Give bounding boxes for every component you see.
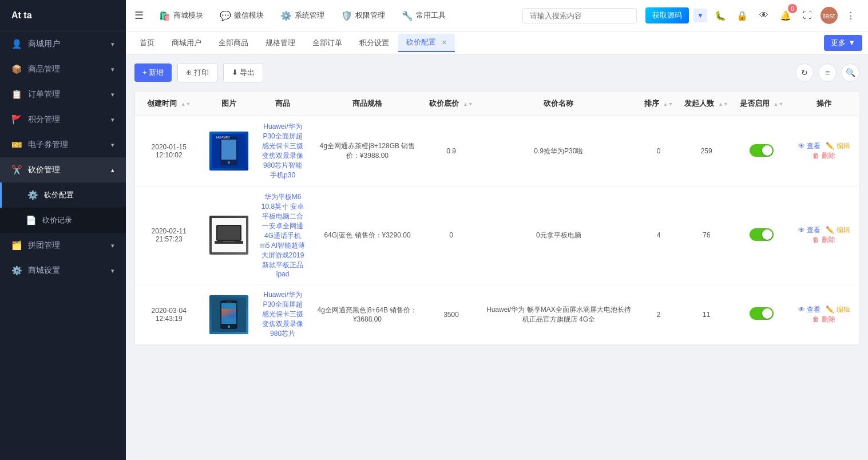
chevron-down-icon: ▾ [111,141,114,149]
svg-point-13 [228,326,230,328]
cell-enabled [734,284,789,345]
cell-sort: 0 [639,116,679,187]
source-code-button[interactable]: 获取源码 [645,7,689,23]
toggle-switch[interactable] [750,144,774,157]
sidebar-item-group-mgmt[interactable]: 🗂️ 拼团管理 ▾ [0,233,126,258]
toggle-switch[interactable] [750,228,774,241]
sidebar-item-coupon-mgmt[interactable]: 🎫 电子券管理 ▾ [0,132,126,157]
sidebar-item-product-mgmt[interactable]: 📦 商品管理 ▾ [0,57,126,82]
toolbar: + 新增 ⊕ 打印 ⬇ 导出 ↻ ≡ 🔍 [134,63,859,82]
cell-spec: 4g全网通亮黑色|8+64B 销售价：¥3688.00 [311,284,424,345]
sort-icon[interactable]: ▲▼ [463,101,473,107]
sidebar-item-points-mgmt[interactable]: 🚩 积分管理 ▾ [0,107,126,132]
topnav: ☰ 🛍️ 商城模块 💬 微信模块 ⚙️ 系统管理 🛡️ 权限管理 🔧 常用工具 … [126,0,868,31]
tab-shop-user[interactable]: 商城用户 [164,34,209,51]
sort-icon[interactable]: ▲▼ [663,101,673,107]
cell-initiators: 76 [679,187,734,284]
svg-rect-2 [221,140,236,160]
cell-product: Huawei/华为P30全面屏超感光保卡三摄变焦双景录像980芯片智能手机p30 [255,116,311,187]
tab-spec-mgmt[interactable]: 规格管理 [257,34,303,51]
tab-all-orders[interactable]: 全部订单 [304,34,350,51]
edit-action[interactable]: ✏️ 编辑 [826,226,850,234]
edit-action[interactable]: ✏️ 编辑 [826,142,850,150]
cell-sort: 2 [639,284,679,345]
view-action[interactable]: 👁 查看 [798,226,821,234]
cell-actions: 👁 查看 ✏️ 编辑 🗑 删除 [789,284,859,345]
tab-bargain-config[interactable]: 砍价配置 ✕ [398,34,455,52]
cell-floor-price: 0.9 [423,116,478,187]
delete-action[interactable]: 🗑 删除 [812,315,835,323]
avatar[interactable]: test [821,7,838,24]
cell-name: 0元拿平板电脑 [479,187,639,284]
eye-icon[interactable]: 👁 [755,7,772,24]
product-image [209,295,249,335]
phone2-image [209,295,248,335]
search-filter-icon[interactable]: 🔍 [841,64,859,82]
tab-points-settings[interactable]: 积分设置 [351,34,397,51]
sidebar-item-bargain-record[interactable]: 📄 砍价记录 [0,208,126,233]
col-name: 砍价名称 [479,92,639,116]
more-tabs-button[interactable]: 更多 ▼ [824,35,862,51]
expand-icon[interactable]: ▼ [693,9,707,22]
search-input[interactable] [522,8,637,23]
col-image: 图片 [203,92,255,116]
sidebar-item-order-mgmt[interactable]: 📋 订单管理 ▾ [0,82,126,107]
view-action[interactable]: 👁 查看 [798,142,821,150]
bug-icon[interactable]: 🐛 [712,7,729,24]
sidebar-submenu-bargain: ⚙️ 砍价配置 📄 砍价记录 [0,183,126,233]
sidebar-item-shop-user[interactable]: 👤 商城用户 ▾ [0,31,126,57]
sidebar-item-bargain-mgmt[interactable]: ✂️ 砍价管理 ▴ [0,157,126,183]
tab-all-products[interactable]: 全部商品 [211,34,256,51]
more-icon[interactable]: ⋮ [842,7,859,24]
tab-close-icon[interactable]: ✕ [442,39,447,46]
nav-auth-admin[interactable]: 🛡️ 权限管理 [334,7,392,24]
grid-icon: 🗂️ [11,240,22,251]
cell-actions: 👁 查看 ✏️ 编辑 🗑 删除 [789,116,859,187]
sort-icon[interactable]: ▲▼ [718,101,728,107]
tabbar: 首页 商城用户 全部商品 规格管理 全部订单 积分设置 砍价配置 ✕ 更多 ▼ [126,31,868,54]
nav-common-tools[interactable]: 🔧 常用工具 [395,7,453,24]
nav-shop-module[interactable]: 🛍️ 商城模块 [152,7,210,24]
add-button[interactable]: + 新增 [134,64,172,82]
fullscreen-icon[interactable]: ⛶ [799,7,816,24]
toggle-knob [762,308,772,319]
cell-spec: 64G|蓝色 销售价：¥3290.00 [311,187,424,284]
package-icon: 📦 [11,64,22,74]
tab-home[interactable]: 首页 [132,34,162,51]
refresh-icon[interactable]: ↻ [795,64,814,82]
toggle-switch[interactable] [750,307,774,320]
tools-icon: 🔧 [402,10,413,21]
delete-action[interactable]: 🗑 删除 [812,152,835,160]
export-button[interactable]: ⬇ 导出 [223,63,264,82]
menu-toggle-icon[interactable]: ☰ [134,9,144,22]
column-settings-icon[interactable]: ≡ [818,64,837,82]
content-area: + 新增 ⊕ 打印 ⬇ 导出 ↻ ≡ 🔍 创建时间 ▲▼ [126,54,868,460]
cell-sort: 4 [639,187,679,284]
sidebar-item-bargain-config[interactable]: ⚙️ 砍价配置 [0,183,126,208]
edit-action[interactable]: ✏️ 编辑 [826,306,850,314]
cell-actions: 👁 查看 ✏️ 编辑 🗑 删除 [789,187,859,284]
sort-icon[interactable]: ▲▼ [774,101,784,107]
main-area: ☰ 🛍️ 商城模块 💬 微信模块 ⚙️ 系统管理 🛡️ 权限管理 🔧 常用工具 … [126,0,868,460]
view-action[interactable]: 👁 查看 [798,306,821,314]
sidebar: At ta 👤 商城用户 ▾ 📦 商品管理 ▾ 📋 订单管理 ▾ 🚩 积分管理 … [0,0,126,460]
chevron-down-icon: ▾ [111,116,114,124]
sidebar-item-shop-settings[interactable]: ⚙️ 商城设置 ▾ [0,258,126,283]
col-actions: 操作 [789,92,859,116]
chevron-down-icon: ▾ [111,91,114,98]
gear-icon: ⚙️ [27,190,38,200]
print-button[interactable]: ⊕ 打印 [177,63,217,82]
chevron-down-icon: ▾ [111,41,114,48]
lock-icon[interactable]: 🔒 [734,7,751,24]
nav-sys-admin[interactable]: ⚙️ 系统管理 [274,7,331,24]
cell-name: Huawei/华为 畅享MAX全面屏水滴屏大电池长待机正品官方旗舰店 4G全 [479,284,639,345]
table-row: 2020-02-11 21:57:23 [135,187,859,284]
nav-wechat-module[interactable]: 💬 微信模块 [213,7,271,24]
cell-spec: 4g全网通赤茶橙|8+128GB 销售价：¥3988.00 [311,116,424,187]
sort-icon[interactable]: ▲▼ [181,101,191,107]
delete-action[interactable]: 🗑 删除 [812,236,835,244]
topnav-right: 获取源码 ▼ 🐛 🔒 👁 🔔 0 ⛶ test ⋮ [645,7,859,24]
cell-created-time: 2020-01-15 12:10:02 [135,116,203,187]
cell-product: Huawei/华为P30全面屏超感光保卡三摄变焦双景录像980芯片 [255,284,311,345]
table-header-row: 创建时间 ▲▼ 图片 商品 商品规格 砍价底价 [135,92,859,116]
